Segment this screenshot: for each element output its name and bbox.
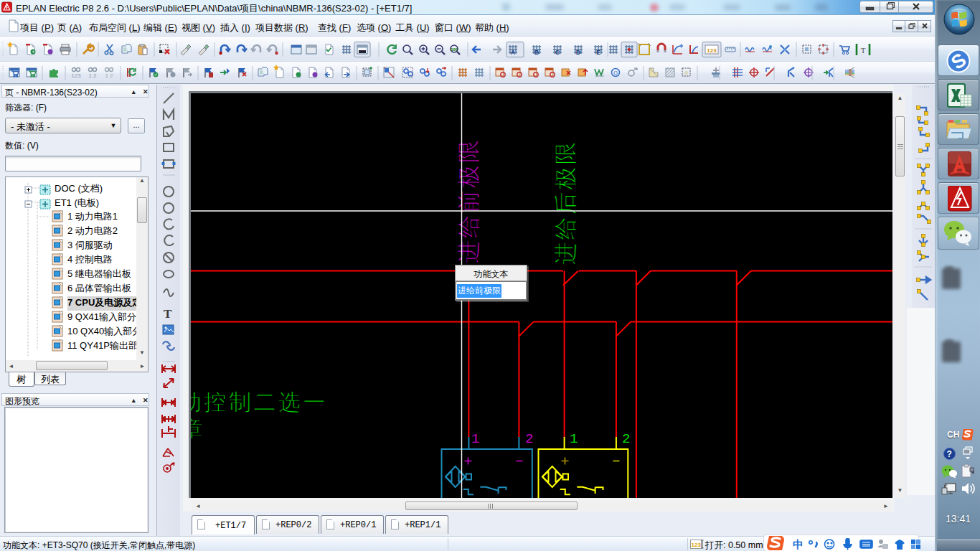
svg-text:1: 1 xyxy=(570,431,578,447)
svg-text:2: 2 xyxy=(525,431,533,447)
svg-text:123: 123 xyxy=(692,542,702,548)
svg-text:?: ? xyxy=(947,449,952,459)
svg-text:123: 123 xyxy=(71,72,81,79)
svg-text:1 2: 1 2 xyxy=(105,72,113,79)
svg-text:中: 中 xyxy=(793,538,804,550)
svg-text:C: C xyxy=(555,49,560,56)
svg-text:T: T xyxy=(164,307,172,321)
svg-text:E: E xyxy=(596,49,600,56)
svg-text:T: T xyxy=(861,46,866,55)
svg-text:B: B xyxy=(534,49,540,56)
svg-text:章: 章 xyxy=(191,417,203,441)
svg-text:A: A xyxy=(511,49,516,56)
svg-text:G: G xyxy=(613,70,618,76)
svg-text:100: 100 xyxy=(451,47,457,52)
svg-text:123: 123 xyxy=(707,47,717,54)
svg-text:D: D xyxy=(576,49,581,56)
svg-text:1: 1 xyxy=(471,431,479,447)
svg-text:进给后极限: 进给后极限 xyxy=(552,140,578,265)
svg-text:1 2: 1 2 xyxy=(88,72,97,79)
svg-text:动控制二选一: 动控制二选一 xyxy=(191,390,328,415)
svg-text:进给前极限: 进给前极限 xyxy=(456,138,481,263)
svg-text:2: 2 xyxy=(622,431,630,447)
